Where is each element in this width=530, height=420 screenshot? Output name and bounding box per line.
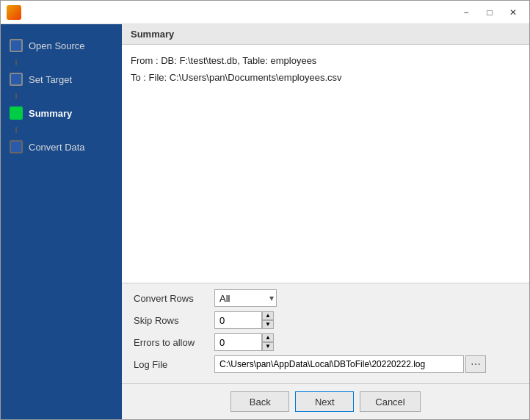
connector-3	[15, 127, 17, 133]
errors-to-allow-spinner-buttons: ▲ ▼	[262, 333, 274, 351]
convert-rows-row: Convert Rows All Custom	[134, 289, 518, 307]
content-area: Open Source Set Target Summary Convert D…	[1, 24, 529, 419]
sidebar-label-summary: Summary	[29, 108, 72, 119]
step-indicator-summary	[10, 106, 23, 120]
connector-2	[15, 93, 17, 99]
browse-icon: ⋯	[471, 358, 481, 370]
log-file-row: Log File ⋯	[134, 355, 518, 373]
step-indicator-convert-data	[10, 140, 23, 153]
skip-rows-up-button[interactable]: ▲	[262, 311, 274, 320]
connector-1	[15, 59, 17, 65]
errors-to-allow-down-button[interactable]: ▼	[262, 342, 274, 351]
app-icon	[7, 5, 21, 20]
sidebar-item-convert-data[interactable]: Convert Data	[1, 133, 122, 161]
skip-rows-row: Skip Rows ▲ ▼	[134, 311, 518, 329]
main-panel: Summary From : DB: F:\test\test.db, Tabl…	[122, 24, 529, 419]
next-button[interactable]: Next	[295, 391, 354, 412]
skip-rows-spinner-buttons: ▲ ▼	[262, 311, 274, 329]
summary-content: From : DB: F:\test\test.db, Table: emplo…	[122, 45, 529, 283]
skip-rows-spinner: ▲ ▼	[214, 311, 274, 329]
skip-rows-input[interactable]	[214, 311, 262, 329]
errors-to-allow-label: Errors to allow	[134, 337, 214, 348]
bottom-bar: Back Next Cancel	[122, 383, 529, 419]
sidebar: Open Source Set Target Summary Convert D…	[1, 24, 122, 419]
log-file-input[interactable]	[214, 355, 464, 373]
sidebar-item-set-target[interactable]: Set Target	[1, 65, 122, 93]
step-indicator-set-target	[10, 73, 23, 86]
cancel-button[interactable]: Cancel	[360, 391, 420, 412]
skip-rows-label: Skip Rows	[134, 315, 214, 326]
convert-rows-label: Convert Rows	[134, 293, 214, 304]
minimize-button[interactable]: −	[456, 4, 476, 21]
errors-to-allow-row: Errors to allow ▲ ▼	[134, 333, 518, 351]
title-bar-left	[7, 5, 21, 20]
main-window: − □ ✕ Open Source Set Target Summary	[0, 0, 530, 420]
close-button[interactable]: ✕	[503, 4, 523, 21]
summary-line-from: From : DB: F:\test\test.db, Table: emplo…	[131, 52, 520, 69]
sidebar-item-summary[interactable]: Summary	[1, 99, 122, 127]
summary-line-to: To : File: C:\Users\pan\Documents\employ…	[131, 69, 520, 86]
skip-rows-down-button[interactable]: ▼	[262, 320, 274, 329]
errors-to-allow-up-button[interactable]: ▲	[262, 333, 274, 342]
panel-header: Summary	[122, 24, 529, 45]
errors-to-allow-input[interactable]	[214, 333, 262, 351]
convert-rows-select-wrapper: All Custom	[214, 289, 277, 307]
title-bar: − □ ✕	[1, 1, 529, 24]
sidebar-label-open-source: Open Source	[29, 40, 85, 51]
sidebar-item-open-source[interactable]: Open Source	[1, 32, 122, 59]
maximize-button[interactable]: □	[479, 4, 500, 21]
step-indicator-open-source	[10, 39, 23, 52]
back-button[interactable]: Back	[230, 391, 289, 412]
convert-rows-select[interactable]: All Custom	[214, 289, 277, 307]
errors-to-allow-spinner: ▲ ▼	[214, 333, 274, 351]
sidebar-label-set-target: Set Target	[29, 74, 72, 85]
form-section: Convert Rows All Custom Skip Rows ▲	[122, 283, 529, 383]
sidebar-label-convert-data: Convert Data	[29, 142, 85, 153]
log-file-browse-button[interactable]: ⋯	[465, 355, 486, 373]
title-bar-controls: − □ ✕	[456, 4, 523, 21]
log-file-label: Log File	[134, 359, 214, 370]
